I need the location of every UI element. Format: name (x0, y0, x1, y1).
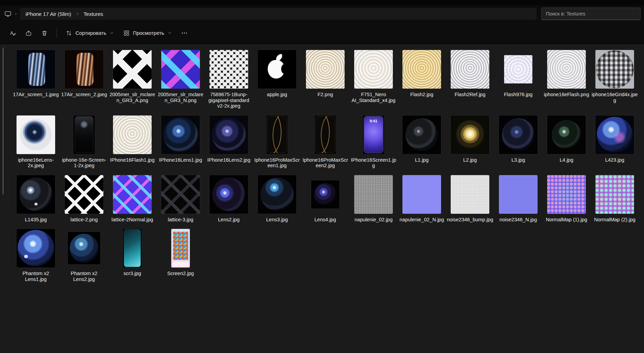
address-bar[interactable]: iPhone 17 Air (Slim) Textures (20, 8, 536, 20)
file-thumbnail-box (73, 114, 95, 155)
file-tile[interactable]: Lens3.jpg (253, 174, 301, 223)
rename-button[interactable] (6, 26, 20, 40)
file-name: L3.jpg (511, 157, 525, 163)
file-tile[interactable]: L3.jpg (494, 114, 542, 163)
file-thumbnail-box (451, 174, 489, 215)
file-tile[interactable]: 2005mer_slr_mclaren_GR3_A.png (108, 49, 156, 103)
file-name: IPhone16Flash1.jpg (110, 157, 155, 163)
file-tile[interactable]: L4.jpg (542, 114, 591, 163)
file-name: L4.jpg (560, 157, 573, 163)
file-tile[interactable]: Iphone16ProMaxScreen2.jpg (301, 114, 349, 169)
breadcrumb-item-current[interactable]: Textures (81, 10, 106, 18)
file-tile[interactable]: Lens2.jpg (205, 174, 253, 223)
file-tile[interactable]: 7589675-1Bunp-gigapixel-standard v2-2x.j… (205, 49, 253, 109)
file-tile[interactable]: IPhone16Lens2.jpg (205, 114, 253, 163)
file-thumbnail-box (258, 49, 296, 90)
file-name: apple.jpg (267, 92, 287, 98)
file-name: lattice-2.png (71, 217, 98, 223)
flash-pale-thumbnail (354, 50, 393, 89)
file-tile[interactable]: lattice-3.jpg (156, 174, 205, 223)
file-tile[interactable]: Phantom x2 Lens2.jpg (60, 228, 108, 282)
sort-icon (65, 30, 72, 37)
file-tile[interactable]: lattice-2.png (60, 174, 108, 223)
file-tile[interactable]: L2.jpg (446, 114, 494, 163)
file-name: Flash2Ref.jpg (454, 92, 485, 98)
file-tile[interactable]: L1435.jpg (12, 174, 60, 223)
lattice-dark-thumbnail (161, 175, 200, 214)
file-thumbnail-box (499, 114, 538, 155)
file-name: L2.jpg (463, 157, 477, 163)
file-tile[interactable]: napulenie_02.jpg (349, 174, 398, 223)
file-thumbnail-box (315, 114, 336, 155)
file-tile[interactable]: 17Air_screen_2.jpeg (60, 49, 108, 98)
file-tile[interactable]: IPhone16Flash1.jpg (108, 114, 156, 163)
toolbar-separator (57, 29, 57, 38)
file-tile[interactable]: iphone16eLens-2x.jpeg (12, 114, 60, 169)
file-tile[interactable]: F751_Nero AI_Standard_x4.jpg (349, 49, 398, 103)
file-grid: 17Air_screen_1.jpeg17Air_screen_2.jpeg20… (0, 44, 644, 288)
share-button[interactable] (21, 26, 36, 40)
file-thumbnail-box (354, 174, 393, 215)
flash-976-thumbnail (504, 55, 532, 83)
search-box[interactable] (541, 8, 641, 20)
file-tile[interactable]: iphone16eGrid4x.jpeg (591, 49, 639, 103)
flash-silver-thumbnail (451, 50, 489, 89)
file-name: 2005mer_slr_mclaren_GR3_N.png (157, 92, 204, 103)
file-tile[interactable]: lattice-2Normal.jpg (108, 174, 156, 223)
lens-blue-thumbnail (161, 115, 200, 154)
file-name: iphone16eFlash.png (544, 92, 589, 98)
more-options-button[interactable] (177, 26, 192, 40)
view-button[interactable]: Просмотреть (119, 26, 176, 40)
file-tile[interactable]: apple.jpg (253, 49, 301, 98)
trash-icon (41, 30, 48, 37)
file-tile[interactable]: iphone16eFlash.png (542, 49, 591, 98)
file-name: napulenie_02_N.jpg (400, 217, 444, 223)
file-thumbnail-box (311, 174, 339, 215)
noise-gray-thumbnail (354, 175, 393, 214)
breadcrumb-item-folder[interactable]: iPhone 17 Air (Slim) (23, 10, 74, 18)
file-thumbnail-box (354, 49, 393, 90)
file-name: Phantom x2 Lens1.jpg (12, 271, 59, 282)
search-input[interactable] (546, 11, 636, 17)
file-name: iphone16eGrid4x.jpeg (591, 92, 638, 103)
file-tile[interactable]: NormalMap (2).jpg (591, 174, 639, 223)
file-name: IPhone16Screen1.jpg (350, 157, 397, 169)
scrollbar[interactable] (3, 48, 3, 194)
file-tile[interactable]: 9:41IPhone16Screen1.jpg (349, 114, 398, 169)
file-name: Screen2.jpg (167, 271, 194, 276)
file-tile[interactable]: noise2346_N.jpg (494, 174, 542, 223)
file-tile[interactable]: L1.jpg (398, 114, 446, 163)
file-tile[interactable]: NormalMap (1).jpg (542, 174, 591, 223)
file-tile[interactable]: scr3.jpg (108, 228, 156, 276)
file-tile[interactable]: iphone-16e-Screen-1-2x.jpeg (60, 114, 108, 169)
delete-button[interactable] (37, 26, 52, 40)
lens-blue-dark-thumbnail (499, 115, 538, 154)
file-tile[interactable]: Flash2Ref.jpg (446, 49, 494, 98)
file-name: Iphone16ProMaxScreen1.jpg (254, 157, 300, 169)
file-tile[interactable]: Iphone16ProMaxScreen1.jpg (253, 114, 301, 169)
file-tile[interactable]: Phantom x2 Lens1.jpg (12, 228, 60, 282)
file-tile[interactable]: 2005mer_slr_mclaren_GR3_N.png (156, 49, 205, 103)
chevron-right-icon (75, 12, 80, 16)
file-thumbnail-box (161, 174, 200, 215)
file-tile[interactable]: Flash976.jpg (494, 49, 542, 98)
file-tile[interactable]: noise2346_bump.jpg (446, 174, 494, 223)
file-tile[interactable]: Lens4.jpg (301, 174, 349, 223)
titlebar (0, 0, 644, 6)
file-tile[interactable]: F2.png (301, 49, 349, 98)
file-thumbnail-box (504, 49, 532, 90)
this-pc-button[interactable] (3, 9, 13, 19)
file-tile[interactable]: Screen2.jpg (156, 228, 205, 276)
view-label: Просмотреть (133, 30, 164, 36)
file-name: NormalMap (2).jpg (594, 217, 635, 223)
file-thumbnail-box (17, 49, 55, 90)
file-name: F2.png (317, 92, 333, 98)
file-tile[interactable]: napulenie_02_N.jpg (398, 174, 446, 223)
file-tile[interactable]: 17Air_screen_1.jpeg (12, 49, 60, 98)
bw-x-thumbnail (113, 50, 152, 89)
file-tile[interactable]: Flash2.jpg (398, 49, 446, 98)
file-tile[interactable]: L423.jpg (591, 114, 639, 163)
flat-peri1-thumbnail (402, 175, 441, 214)
sort-button[interactable]: Сортировать (62, 26, 118, 40)
file-tile[interactable]: IPhone16Lens1.jpg (156, 114, 205, 163)
